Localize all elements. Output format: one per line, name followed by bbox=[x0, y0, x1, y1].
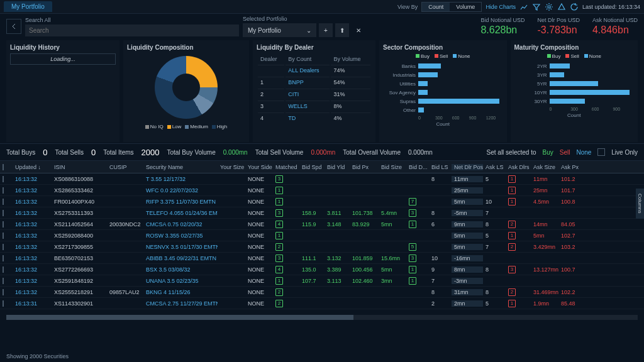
column-header[interactable]: Ask Dlrs bbox=[506, 164, 531, 170]
column-header[interactable]: Bid Spd bbox=[299, 164, 325, 170]
table-header: Updated ↓ISINCUSIPSecurity NameYour Size… bbox=[0, 161, 644, 173]
column-header[interactable]: ISIN bbox=[52, 164, 107, 170]
dealer-row[interactable]: ALL Dealers74% bbox=[258, 65, 370, 75]
portfolio-dropdown[interactable]: My Portfolio⌄ bbox=[243, 23, 316, 37]
search-input[interactable] bbox=[25, 25, 239, 36]
column-header[interactable]: Bid Size bbox=[379, 164, 406, 170]
row-checkbox[interactable] bbox=[3, 176, 4, 182]
setall-sell[interactable]: Sell bbox=[560, 149, 570, 156]
row-checkbox[interactable] bbox=[3, 300, 4, 307]
viewby-count[interactable]: Count bbox=[422, 3, 450, 11]
select-all-checkbox[interactable] bbox=[3, 164, 4, 170]
dealer-row[interactable]: 2CITI31% bbox=[258, 89, 370, 99]
column-header[interactable]: Your Side bbox=[245, 164, 273, 170]
table-row[interactable]: 16:13:32XS2717309855 NESNVX 3.5 01/17/30… bbox=[0, 241, 644, 253]
panel-liquidity-dealer: Liquidity By Dealer DealerBy CountBy Vol… bbox=[253, 40, 375, 142]
net-pos-label: Net Dlr Pos USD bbox=[537, 17, 580, 23]
table-row[interactable]: 16:13:32XS0886310088 T 3.55 12/17/32NONE… bbox=[0, 173, 644, 185]
table-body: 16:13:32XS0886310088 T 3.55 12/17/32NONE… bbox=[0, 173, 644, 315]
column-header[interactable]: CUSIP bbox=[107, 164, 143, 170]
row-checkbox[interactable] bbox=[3, 210, 4, 216]
row-checkbox[interactable] bbox=[3, 187, 4, 194]
row-checkbox[interactable] bbox=[3, 266, 4, 273]
donut-chart bbox=[155, 56, 218, 119]
column-header[interactable]: Bid LS bbox=[429, 164, 452, 170]
dealer-row[interactable]: 1BNPP54% bbox=[258, 77, 370, 87]
table-row[interactable]: 16:13:32XS211405256420030NDC2 CMCSA 0.75… bbox=[0, 219, 644, 230]
last-updated: Last updated: 16:13:34 bbox=[582, 4, 640, 10]
table-row[interactable]: 16:13:32XS255521829109857LAU2 BKNG 4 11/… bbox=[0, 287, 644, 298]
topbar: My Portfolio View By Count Volume Hide C… bbox=[0, 0, 644, 14]
dealer-row[interactable]: 4TD4% bbox=[258, 112, 370, 123]
panel-liquidity-history: Liquidity HistoryLoading... bbox=[6, 40, 119, 142]
column-header[interactable]: Ask Px bbox=[558, 164, 585, 170]
horizontal-scrollbar[interactable] bbox=[6, 315, 638, 320]
viewby-label: View By bbox=[397, 4, 418, 10]
ask-notional-label: Ask Notional USD bbox=[592, 17, 638, 23]
table-row[interactable]: 16:13:32XS2772266693 BSX 3.5 03/08/32NON… bbox=[0, 264, 644, 275]
liveonly-checkbox[interactable] bbox=[597, 148, 605, 156]
panel-sector-composition: Sector Composition BuySellNoneBanksIndus… bbox=[379, 40, 507, 142]
close-button[interactable]: ✕ bbox=[352, 23, 365, 37]
table-row[interactable]: 16:13:32XS2592088400 ROSW 3.355 02/27/35… bbox=[0, 230, 644, 241]
column-header[interactable]: Security Name bbox=[143, 164, 218, 170]
table-row[interactable]: 16:13:32FR001400PX40 RIFP 3.375 11/07/30… bbox=[0, 196, 644, 207]
back-button[interactable] bbox=[6, 19, 21, 34]
bar-row: Banks bbox=[383, 62, 503, 70]
table-row[interactable]: 16:13:32XS2865333462 WFC 0.0 22/07/2032N… bbox=[0, 185, 644, 196]
panel-maturity-composition: Maturity Composition BuySellNone2YR3YR5Y… bbox=[511, 40, 638, 142]
column-header[interactable]: Ask Size bbox=[531, 164, 558, 170]
upload-button[interactable]: ⬆ bbox=[335, 23, 349, 37]
add-button[interactable]: + bbox=[319, 23, 333, 37]
footer-status: Showing 2000 Securities bbox=[0, 351, 75, 362]
total-overall-vol: 0.000mn bbox=[408, 149, 433, 156]
bar-row: Utilities bbox=[383, 79, 503, 88]
column-header[interactable]: Your Size bbox=[218, 164, 245, 170]
row-checkbox[interactable] bbox=[3, 233, 4, 239]
filter-icon[interactable] bbox=[532, 3, 541, 11]
row-checkbox[interactable] bbox=[3, 244, 4, 250]
column-header[interactable]: Ask LS bbox=[483, 164, 506, 170]
net-pos-value: -3.783bn bbox=[537, 25, 580, 36]
column-header[interactable]: Matched bbox=[273, 164, 299, 170]
panel-liquidity-composition: Liquidity Composition No IQLowMediumHigh bbox=[123, 40, 249, 142]
viewby-volume[interactable]: Volume bbox=[450, 3, 481, 11]
column-header[interactable]: Net Dlr Pos... bbox=[452, 164, 483, 170]
totals-bar: Total Buys0 Total Sells0 Total Items2000… bbox=[0, 143, 644, 161]
column-header[interactable]: Bid D... bbox=[406, 164, 429, 170]
viewby-toggle[interactable]: Count Volume bbox=[421, 2, 482, 12]
column-header[interactable]: Bid Yld bbox=[325, 164, 350, 170]
table-row[interactable]: 16:13:32BE6350702153 ABIBB 3.45 09/22/31… bbox=[0, 253, 644, 264]
bar-row: 2YR bbox=[514, 62, 635, 70]
bar-row: 3YR bbox=[514, 70, 635, 79]
row-checkbox[interactable] bbox=[3, 289, 4, 295]
column-header[interactable] bbox=[0, 164, 13, 170]
bar-row: Sov Agency bbox=[383, 88, 503, 97]
setall-buy[interactable]: Buy bbox=[542, 149, 553, 156]
columns-toggle[interactable]: Columns bbox=[636, 189, 644, 219]
column-header[interactable]: Bid Px bbox=[350, 164, 379, 170]
hide-charts-button[interactable]: Hide Charts bbox=[486, 4, 516, 10]
table-row[interactable]: 16:13:32XS2591848192 UNANA 3.5 02/23/35N… bbox=[0, 275, 644, 287]
loading-indicator: Loading... bbox=[10, 53, 116, 65]
row-checkbox[interactable] bbox=[3, 221, 4, 228]
total-sell-vol: 0.000mn bbox=[311, 149, 335, 156]
column-header[interactable]: Updated ↓ bbox=[13, 164, 52, 170]
alert-icon[interactable] bbox=[557, 3, 566, 11]
setall-none[interactable]: None bbox=[576, 149, 591, 156]
legend-item: Low bbox=[167, 124, 182, 129]
refresh-icon[interactable] bbox=[570, 3, 579, 11]
tab-my-portfolio[interactable]: My Portfolio bbox=[4, 1, 52, 12]
row-checkbox[interactable] bbox=[3, 199, 4, 205]
gear-icon[interactable] bbox=[545, 3, 553, 11]
bar-row: Supras bbox=[383, 97, 503, 106]
chart-icon[interactable] bbox=[519, 3, 528, 11]
row-checkbox[interactable] bbox=[3, 255, 4, 261]
total-items: 2000 bbox=[142, 148, 160, 157]
legend-item: No IQ bbox=[145, 124, 164, 129]
table-row[interactable]: 16:13:31XS1143302901 CMCSA 2.75 11/27/29… bbox=[0, 298, 644, 309]
row-checkbox[interactable] bbox=[3, 278, 4, 284]
dealer-row[interactable]: 3WELLS8% bbox=[258, 101, 370, 111]
table-row[interactable]: 16:13:32XS2753311393 TELEFO 4.055 01/24/… bbox=[0, 207, 644, 219]
search-container: Search All bbox=[25, 17, 239, 36]
